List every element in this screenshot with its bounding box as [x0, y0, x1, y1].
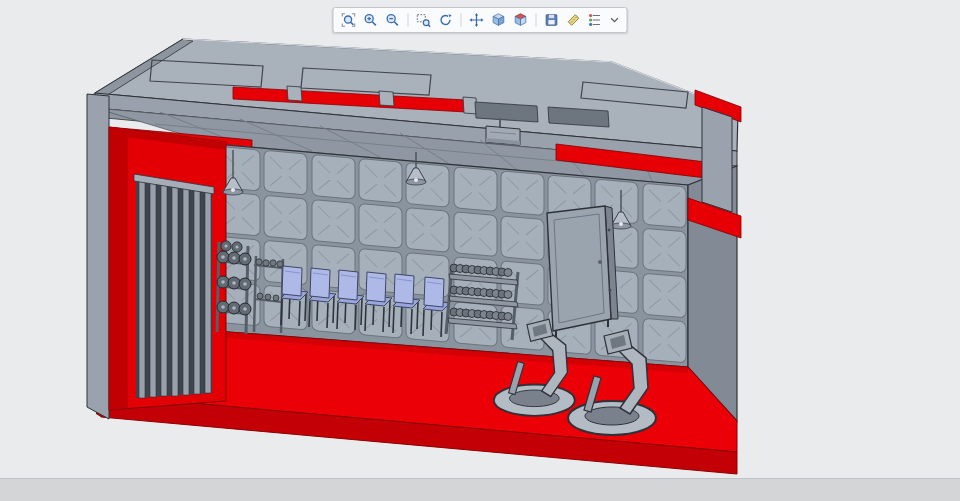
- section-view-button[interactable]: [511, 10, 531, 30]
- cad-viewport-3d[interactable]: [0, 0, 960, 501]
- section-view-icon: [513, 11, 529, 29]
- measure-icon: [566, 11, 582, 29]
- display-settings-button[interactable]: [586, 10, 606, 30]
- window-grille: [134, 174, 214, 398]
- zoom-out-button[interactable]: [383, 10, 403, 30]
- status-bar: [0, 478, 960, 501]
- toolbar-separator: [408, 13, 409, 27]
- zoom-in-button[interactable]: [361, 10, 381, 30]
- pan-view-icon: [469, 11, 485, 29]
- right-gray-pillar: [702, 107, 732, 212]
- toolbar-separator: [536, 13, 537, 27]
- view-orientation-icon: [491, 11, 507, 29]
- more-options-button[interactable]: [608, 10, 622, 30]
- chevron-down-icon: [610, 11, 620, 29]
- rotate-view-icon: [438, 11, 454, 29]
- zoom-to-fit-button[interactable]: [339, 10, 359, 30]
- zoom-out-icon: [385, 11, 401, 29]
- left-wall[interactable]: [87, 94, 226, 419]
- pan-view-button[interactable]: [467, 10, 487, 30]
- zoom-in-icon: [363, 11, 379, 29]
- rotate-view-button[interactable]: [436, 10, 456, 30]
- save-image-button[interactable]: [542, 10, 562, 30]
- toolbar-separator: [461, 13, 462, 27]
- zoom-to-area-icon: [416, 11, 432, 29]
- measure-button[interactable]: [564, 10, 584, 30]
- storage-cabinet[interactable]: [547, 206, 618, 338]
- zoom-to-fit-icon: [341, 11, 357, 29]
- save-image-icon: [544, 11, 560, 29]
- application-window: [0, 0, 960, 501]
- view-orientation-button[interactable]: [489, 10, 509, 30]
- view-toolbar: [333, 7, 628, 33]
- display-settings-icon: [588, 11, 604, 29]
- zoom-to-area-button[interactable]: [414, 10, 434, 30]
